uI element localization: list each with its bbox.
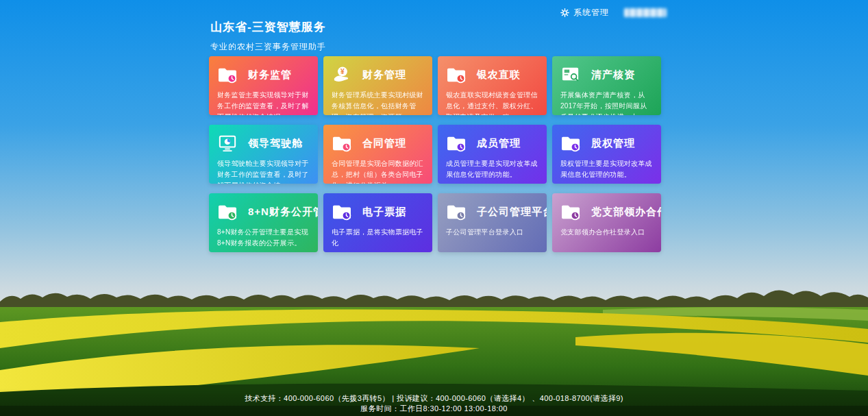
tile-leader-cockpit[interactable]: 领导驾驶舱 领导驾驶舱主要实现领导对于财务工作的监管查看，及时了解下属机构的资金…: [209, 125, 318, 184]
gear-icon: [560, 8, 569, 17]
tile-title: 合同管理: [362, 137, 406, 150]
tile-contract-management[interactable]: 合同管理 合同管理是实现合同数据的汇总，把村（组）各类合同电子化，进行分类汇总.…: [323, 125, 432, 184]
tile-finance-supervision[interactable]: 财务监管 财务监管主要实现领导对于财务工作的监管查看，及时了解下属机构的资金情况…: [209, 56, 318, 115]
tile-description: 股权管理主要是实现对改革成果信息化管理的功能。: [560, 158, 653, 180]
svg-text:¥: ¥: [340, 68, 345, 75]
tile-bank-rural-direct-link[interactable]: 银农直联 银农直联实现村级资金管理信息化，通过支付、股权分红、取现申请及审批、账…: [438, 56, 547, 115]
footer: 技术支持：400-000-6060（先拨3再转5） | 投诉建议：400-000…: [0, 393, 868, 414]
tile-title: 成员管理: [477, 137, 521, 150]
folder-icon: [560, 134, 581, 152]
tile-description: 子公司管理平台登录入口: [446, 227, 538, 238]
tile-description: 合同管理是实现合同数据的汇总，把村（组）各类合同电子化，进行分类汇总...: [332, 158, 424, 184]
tile-description: 财务监管主要实现领导对于财务工作的监管查看，及时了解下属机构的资金情况...: [217, 90, 310, 115]
footer-service-line: 服务时间：工作日8:30-12:00 13:00-18:00: [0, 404, 868, 414]
monitor-pie-icon: [217, 134, 238, 152]
page-subtitle: 专业的农村三资事务管理助手: [210, 41, 326, 53]
tile-electronic-invoice[interactable]: 电子票据 电子票据，是将实物票据电子化: [323, 193, 432, 252]
tile-title: 党支部领办合作社: [591, 206, 661, 219]
page-header: 山东省-三资智慧服务 专业的农村三资事务管理助手: [210, 19, 326, 53]
folder-icon: [332, 134, 352, 152]
tile-title: 股权管理: [591, 137, 635, 150]
tile-description: 8+N财务公开管理主要是实现8+N财务报表的公开展示。: [217, 227, 310, 249]
user-name-redacted[interactable]: [624, 8, 667, 17]
tile-description: 电子票据，是将实物票据电子化: [332, 227, 424, 249]
tile-title: 领导驾驶舱: [248, 137, 303, 150]
tile-title: 财务监管: [248, 69, 292, 82]
tile-member-management[interactable]: 成员管理 成员管理主要是实现对改革成果信息化管理的功能。: [438, 125, 547, 184]
tile-finance-management[interactable]: ¥ 财务管理 财务管理系统主要实现村级财务核算信息化，包括财务管理、资产管理、资…: [323, 56, 432, 115]
tile-title: 子公司管理平台: [477, 206, 547, 219]
footer-support-line: 技术支持：400-000-6060（先拨3再转5） | 投诉建议：400-000…: [0, 393, 868, 404]
tile-description: 领导驾驶舱主要实现领导对于财务工作的监管查看，及时了解下属机构的资金情...: [217, 158, 310, 184]
tile-subsidiary-platform[interactable]: 子公司管理平台 子公司管理平台登录入口: [438, 193, 547, 252]
system-management-link[interactable]: 系统管理: [573, 7, 609, 19]
tile-title: 银农直联: [477, 69, 521, 82]
portal-page: 系统管理 山东省-三资智慧服务 专业的农村三资事务管理助手 财务监管 财务监管主…: [0, 0, 868, 416]
window-search-icon: [560, 66, 581, 84]
service-grid: 财务监管 财务监管主要实现领导对于财务工作的监管查看，及时了解下属机构的资金情况…: [209, 56, 661, 252]
tile-title: 清产核资: [591, 69, 635, 82]
folder-icon: [332, 203, 352, 221]
tile-title: 财务管理: [362, 69, 406, 82]
tile-asset-verification[interactable]: 清产核资 开展集体资产清产核资，从2017年开始，按照时间服从质量的要求逐步推进…: [552, 56, 661, 115]
folder-icon: [217, 203, 238, 221]
folder-icon: [446, 134, 467, 152]
tile-title: 8+N财务公开管理: [248, 206, 318, 219]
tile-description: 财务管理系统主要实现村级财务核算信息化，包括财务管理、资产管理、资源管...: [332, 90, 424, 115]
folder-icon: [446, 203, 467, 221]
tile-8n-finance-disclosure[interactable]: 8+N财务公开管理 8+N财务公开管理主要是实现8+N财务报表的公开展示。: [209, 193, 318, 252]
tile-title: 电子票据: [362, 206, 406, 219]
tile-description: 成员管理主要是实现对改革成果信息化管理的功能。: [446, 158, 538, 180]
topbar: 系统管理: [560, 7, 667, 19]
tile-party-branch-coop[interactable]: 党支部领办合作社 党支部领办合作社登录入口: [552, 193, 661, 252]
folder-icon: [446, 66, 467, 84]
tile-description: 银农直联实现村级资金管理信息化，通过支付、股权分红、取现申请及审批、账...: [446, 90, 538, 115]
tile-equity-management[interactable]: 股权管理 股权管理主要是实现对改革成果信息化管理的功能。: [552, 125, 661, 184]
page-title: 山东省-三资智慧服务: [210, 19, 326, 35]
folder-icon: [560, 203, 581, 221]
tile-description: 开展集体资产清产核资，从2017年开始，按照时间服从质量的要求逐步推进，力...: [560, 90, 653, 115]
tile-description: 党支部领办合作社登录入口: [560, 227, 653, 238]
coin-hand-icon: ¥: [332, 66, 352, 84]
folder-icon: [217, 66, 238, 84]
